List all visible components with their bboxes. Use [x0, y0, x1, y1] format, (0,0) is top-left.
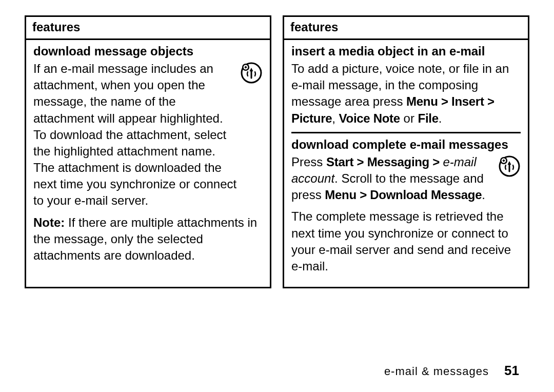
download-complete-section: download complete e-mail messages — [291, 132, 521, 275]
file-option: File — [418, 111, 439, 125]
download-objects-heading: download message objects — [33, 43, 263, 60]
left-panel-header: features — [26, 17, 270, 40]
period: . — [439, 111, 442, 125]
svg-marker-11 — [508, 161, 511, 165]
insert-media-text: To add a picture, voice note, or file in… — [291, 61, 521, 127]
download-complete-result: The complete message is retrieved the ne… — [291, 208, 521, 275]
comma: , — [332, 111, 339, 125]
download-complete-block: Press Start > Messaging > e-mail account… — [291, 154, 521, 203]
right-panel-body: insert a media object in an e-mail To ad… — [284, 40, 528, 287]
footer-page-number: 51 — [504, 363, 519, 378]
note-label: Note: — [33, 215, 65, 229]
download-objects-text: If an e-mail message includes an attachm… — [33, 61, 237, 209]
press-word: Press — [291, 155, 326, 169]
insert-media-section: insert a media object in an e-mail To ad… — [291, 43, 521, 127]
footer-section-name: e-mail & messages — [384, 365, 489, 378]
start-messaging-path: Start > Messaging > — [326, 155, 443, 169]
right-panel-header: features — [284, 17, 528, 40]
menu-download-path: Menu > Download Message — [325, 188, 482, 202]
manual-page: features download message objects — [0, 0, 554, 392]
download-objects-note: Note: If there are multiple attachments … — [33, 214, 263, 264]
download-objects-block: If an e-mail message includes an attachm… — [33, 61, 263, 209]
download-complete-heading: download complete e-mail messages — [291, 136, 521, 153]
insert-media-heading: insert a media object in an e-mail — [291, 43, 521, 60]
note-text: If there are multiple attachments in the… — [33, 215, 257, 262]
columns: features download message objects — [25, 15, 529, 288]
left-panel-body: download message objects — [26, 40, 270, 276]
download-complete-step: Press Start > Messaging > e-mail account… — [291, 154, 495, 203]
right-panel: features insert a media object in an e-m… — [283, 15, 529, 288]
or-word: or — [400, 111, 418, 125]
network-icon — [240, 62, 263, 84]
left-panel: features download message objects — [25, 15, 271, 288]
voice-note-option: Voice Note — [339, 111, 400, 125]
page-footer: e-mail & messages 51 — [384, 363, 519, 379]
network-icon — [498, 155, 521, 178]
svg-marker-5 — [250, 68, 253, 71]
period: . — [482, 188, 485, 202]
